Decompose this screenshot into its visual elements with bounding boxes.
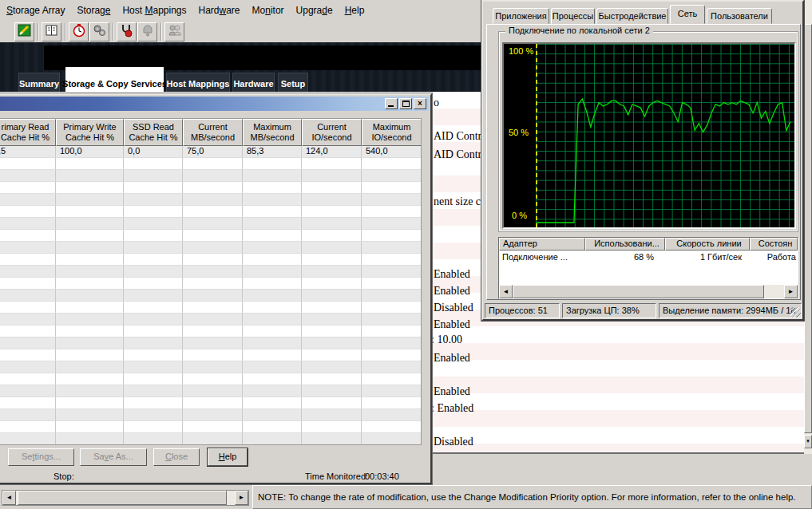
close-button[interactable]: Close (153, 448, 200, 466)
adapter-scroll-left-icon[interactable]: ◄ (499, 285, 513, 298)
table-row: ,5100,00,075,085,3124,0540,0 (0, 146, 421, 158)
adapter-column-header[interactable]: Скорость линии (665, 238, 750, 251)
table-cell (56, 218, 124, 230)
table-row (0, 314, 421, 326)
column-header[interactable]: SSD ReadCache Hit % (124, 119, 183, 146)
menu-item-storage-array[interactable]: Storage Array (6, 5, 65, 16)
alerts-bell-button[interactable] (137, 22, 157, 41)
table-cell (124, 158, 183, 170)
taskman-tab-2[interactable]: Процессы (551, 8, 595, 24)
menu-item-hardware[interactable]: Hardware (199, 5, 240, 16)
table-cell (56, 409, 124, 421)
scroll-down-icon[interactable]: ▼ (804, 435, 812, 448)
table-cell (0, 349, 56, 361)
menu-item-storage[interactable]: Storage (77, 5, 110, 16)
column-header[interactable]: rimary ReadCache Hit % (0, 119, 56, 146)
table-cell (362, 361, 422, 373)
adapter-column-header[interactable]: Адаптер (499, 238, 585, 251)
recovery-guru-button[interactable] (117, 22, 137, 41)
maximize-button[interactable] (399, 98, 412, 109)
toolbar-separator (160, 23, 162, 41)
tab-setup[interactable]: Setup (278, 73, 308, 92)
save-as--button[interactable]: Save As... (80, 448, 147, 466)
menu-item-upgrade[interactable]: Upgrade (296, 5, 333, 16)
table-cell (124, 326, 183, 337)
resize-grip[interactable] (790, 307, 801, 318)
table-cell (183, 158, 243, 170)
adapter-row[interactable]: Подключение ...68 %1 Гбит/секРабота (499, 251, 798, 264)
minimize-button[interactable] (385, 98, 398, 109)
table-cell (56, 182, 124, 194)
table-cell (243, 266, 302, 278)
table-cell (183, 397, 243, 409)
maximize-icon (402, 101, 410, 107)
status-panel: Загрузка ЦП: 38% (562, 303, 656, 318)
table-cell (124, 421, 183, 433)
property-text-fragment: Enabled (434, 385, 470, 398)
table-cell (183, 302, 243, 314)
table-cell: ,5 (0, 146, 56, 158)
tab-summary[interactable]: Summary (18, 73, 60, 92)
table-cell (243, 421, 302, 433)
menu-item-monitor[interactable]: Monitor (252, 5, 284, 16)
taskman-tab-5[interactable]: Пользователи (707, 8, 772, 24)
property-text-fragment: nent size ch (434, 195, 486, 208)
taskman-tab-1[interactable]: Приложения (493, 8, 549, 24)
tab-host-mappings[interactable]: Host Mappings (166, 73, 230, 92)
table-cell: 75,0 (183, 146, 243, 158)
table-cell (0, 326, 56, 337)
menu-item-host-mappings[interactable]: Host Mappings (122, 5, 186, 16)
table-cell (0, 337, 56, 349)
column-header[interactable]: MaximumIO/second (362, 119, 422, 146)
taskman-tab-3[interactable]: Быстродействие (596, 8, 668, 24)
table-cell (56, 254, 124, 266)
vertical-scrollbar[interactable]: ▼ (804, 0, 812, 455)
settings-gears-button[interactable] (89, 22, 109, 41)
tab-storage-copy-services[interactable]: Storage & Copy Services (65, 67, 164, 92)
scroll-right-icon[interactable]: ► (235, 491, 248, 505)
table-cell (302, 385, 362, 397)
table-cell (56, 290, 124, 302)
column-header[interactable]: CurrentIO/second (302, 119, 362, 146)
table-cell (243, 302, 302, 314)
network-connection-groupbox: Подключение по локальной сети 2 100 % 50… (498, 31, 798, 232)
close-button[interactable]: × (414, 98, 426, 109)
table-cell (0, 421, 56, 433)
tab-hardware[interactable]: Hardware (232, 73, 275, 92)
adapter-scrollbar-thumb[interactable] (513, 285, 764, 298)
performance-monitor-button[interactable] (69, 22, 89, 41)
table-cell (56, 266, 124, 278)
column-header[interactable]: CurrentMB/second (183, 119, 243, 146)
table-cell (124, 218, 183, 230)
table-cell (302, 302, 362, 314)
table-cell (302, 278, 362, 290)
adapter-column-header[interactable]: Использовани... (585, 238, 665, 251)
settings--button[interactable]: Settings... (8, 448, 74, 466)
vertical-scrollbar-thumb[interactable] (804, 24, 812, 433)
table-cell (243, 206, 302, 218)
adapter-scrollbar[interactable]: ◄ ► (499, 285, 798, 298)
table-cell (124, 182, 183, 194)
scroll-left-icon[interactable]: ◄ (2, 491, 16, 505)
property-text-fragment: Enabled (434, 352, 470, 365)
title-bar[interactable]: × (0, 97, 429, 111)
help-button[interactable]: Help (208, 448, 248, 466)
adapter-column-header[interactable]: Состоян (750, 238, 798, 251)
table-cell (243, 254, 302, 266)
column-header[interactable]: MaximumMB/second (243, 119, 302, 146)
manage-enclosure-button[interactable] (14, 22, 34, 41)
horizontal-scrollbar[interactable]: ◄ ► (2, 490, 249, 506)
adapter-scroll-right-icon[interactable]: ► (784, 285, 798, 298)
table-cell (0, 409, 56, 421)
support-contacts-button[interactable] (164, 22, 184, 41)
table-cell (243, 373, 302, 385)
property-text-fragment: AID Contr (434, 148, 481, 161)
table-cell (124, 397, 183, 409)
view-book-button[interactable] (42, 22, 61, 41)
menu-item-help[interactable]: Help (345, 5, 365, 16)
column-header[interactable]: Primary WriteCache Hit % (56, 119, 124, 146)
table-cell (362, 290, 422, 302)
taskman-tab-4[interactable]: Сеть (670, 5, 705, 24)
view-book-icon (45, 23, 59, 41)
horizontal-scrollbar-thumb[interactable] (18, 491, 227, 505)
